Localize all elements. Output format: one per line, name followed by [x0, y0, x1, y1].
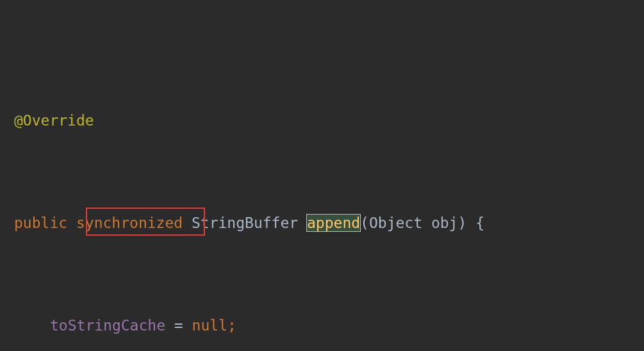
code-editor[interactable]: @Override public synchronized StringBuff…	[0, 0, 644, 351]
param-obj: obj	[431, 215, 458, 231]
type-object: Object	[369, 215, 422, 231]
semicolon: ;	[227, 317, 236, 334]
lbrace: {	[475, 215, 484, 231]
rparen: )	[458, 215, 466, 231]
assign-op: =	[165, 317, 192, 334]
code-line[interactable]: public synchronized StringBuffer append(…	[14, 210, 644, 236]
space	[422, 215, 431, 231]
space	[298, 215, 307, 231]
space	[67, 215, 76, 231]
annotation-token: @Override	[14, 112, 94, 129]
method-append-decl: append	[307, 215, 360, 231]
space	[466, 215, 475, 231]
keyword-null: null	[192, 317, 227, 334]
keyword-synchronized: synchronized	[76, 215, 183, 231]
type-token: StringBuffer	[192, 215, 298, 231]
code-line[interactable]: @Override	[14, 108, 644, 133]
field-toStringCache: toStringCache	[50, 317, 165, 334]
keyword-public: public	[14, 215, 67, 231]
space	[183, 215, 192, 231]
lparen: (	[360, 215, 369, 231]
code-line[interactable]: toStringCache = null;	[14, 313, 644, 338]
